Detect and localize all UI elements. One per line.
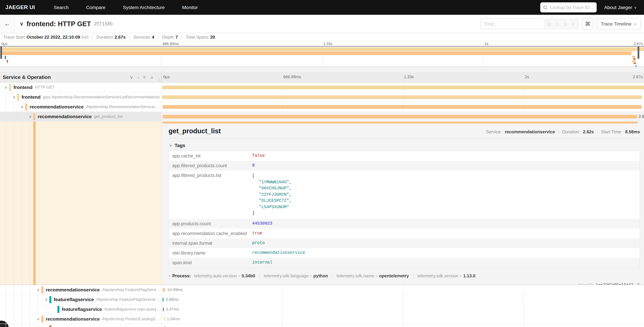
- tag-row[interactable]: app.filtered_products.list [ "1YMWWN1N4O…: [169, 170, 640, 219]
- tag-row[interactable]: internal.span.format proto: [169, 238, 640, 248]
- span-row-frontend-http-get[interactable]: ∨ frontend HTTP GET: [0, 82, 644, 92]
- trace-summary-bar: Trace Start October 22 2022, 22:10:09 .5…: [0, 33, 644, 41]
- top-nav: JAEGER UI Search Compare System Architec…: [0, 0, 644, 15]
- span-bar[interactable]: [163, 308, 164, 311]
- span-row-recommendation-list[interactable]: ∨ recommendationservice /hipstershop.Rec…: [0, 102, 644, 112]
- service-operation-header: Service & Operation: [3, 74, 130, 80]
- collapse-span-icon[interactable]: ∨: [36, 317, 41, 321]
- process-section-toggle[interactable]: › Process: telemetry.auto.version=0.34b0…: [168, 273, 640, 278]
- span-row-featureflag-get[interactable]: ∨ featureflagservice /hipstershop.Featur…: [0, 295, 644, 304]
- timeline-ruler: 0μs 666.89ms 1.33s 2s 2.67s: [162, 72, 644, 82]
- trace-id-lookup[interactable]: Lookup by Trace ID...: [540, 2, 597, 12]
- span-bar-selected[interactable]: [162, 115, 637, 118]
- nav-item-search[interactable]: Search: [45, 5, 78, 10]
- tag-row[interactable]: otel.library.name recommendationservice: [169, 248, 640, 258]
- collapse-span-icon[interactable]: ∨: [12, 95, 16, 99]
- minimap-ruler: 0μs 666.89ms 1.33s 2s 2.67s: [0, 41, 644, 46]
- keyboard-shortcuts-button[interactable]: ⌘: [582, 18, 594, 30]
- tags-section-toggle[interactable]: ∨ Tags: [169, 143, 640, 148]
- trace-id-short: 2f715fb: [94, 21, 113, 27]
- span-duration-label: 2.62s: [639, 114, 644, 119]
- back-button[interactable]: ←: [0, 15, 15, 33]
- span-bar[interactable]: [162, 86, 644, 89]
- trace-minimap[interactable]: [0, 46, 644, 67]
- nav-item-monitor[interactable]: Monitor: [174, 5, 206, 10]
- service-color-swatch: [25, 103, 27, 110]
- chevron-down-icon: ∨: [634, 6, 636, 9]
- timeline-header: Service & Operation ∨ › » » || 0μs 666.8…: [0, 72, 644, 82]
- trace-start-value: October 22 2022, 22:10:09: [26, 34, 80, 40]
- service-color-swatch: [33, 113, 35, 120]
- span-bar[interactable]: [164, 326, 165, 327]
- expand-one-icon[interactable]: ›: [138, 74, 139, 80]
- trace-view-selector[interactable]: Trace Timeline ∨: [596, 18, 641, 30]
- depth-value: 7: [176, 34, 178, 40]
- span-row-featureflag-repo-query[interactable]: featureflagservice featureflagservice.re…: [0, 304, 644, 314]
- jaeger-trace-page: JAEGER UI Search Compare System Architec…: [0, 0, 644, 327]
- tag-row[interactable]: app.products.count 44530923: [169, 219, 640, 228]
- span-detail-color-stripe: [33, 122, 36, 285]
- service-color-swatch: [49, 296, 51, 303]
- minimap-gap: [0, 67, 644, 72]
- span-detail-accent-bar: [162, 122, 638, 124]
- span-bar[interactable]: [162, 288, 165, 292]
- find-clear-icon[interactable]: ×: [569, 21, 577, 26]
- tag-row[interactable]: app.filtered_products.count 8: [169, 161, 640, 170]
- span-bar[interactable]: [162, 105, 642, 109]
- trace-title: frontend: HTTP GET: [26, 20, 91, 28]
- about-jaeger-menu[interactable]: About Jaeger ∨: [604, 5, 636, 10]
- minimap-left-handle[interactable]: [0, 47, 2, 59]
- chevron-right-icon: ›: [168, 273, 170, 278]
- command-icon: ⌘: [585, 20, 590, 27]
- span-row-get-product-list-selected[interactable]: ∨ recommendationservice get_product_list…: [0, 112, 644, 122]
- deep-link-icon[interactable]: [635, 282, 640, 285]
- search-icon: [544, 5, 548, 10]
- tag-row[interactable]: app.recommendation.cache_enabled true: [169, 228, 640, 238]
- nav-item-system-architecture[interactable]: System Architecture: [114, 5, 174, 10]
- nav-item-compare[interactable]: Compare: [78, 5, 114, 10]
- service-color-swatch: [9, 84, 11, 91]
- service-color-swatch: [41, 316, 43, 322]
- span-bar[interactable]: [162, 298, 164, 302]
- chevron-down-icon: ∨: [169, 143, 172, 148]
- jaeger-logo[interactable]: JAEGER UI: [5, 4, 35, 10]
- service-color-swatch: [17, 94, 19, 100]
- find-controls: ◎ ∧ ∨ ×: [544, 18, 579, 29]
- expand-all-icon[interactable]: »: [150, 74, 153, 80]
- collapse-trace-icon[interactable]: ∨: [20, 21, 24, 27]
- tag-row[interactable]: span.kind internal: [169, 258, 640, 268]
- chevron-down-icon: ∨: [634, 22, 636, 26]
- service-color-swatch: [58, 306, 60, 313]
- collapse-span-icon[interactable]: ∨: [36, 288, 41, 292]
- collapse-one-icon[interactable]: ∨: [130, 74, 133, 80]
- locate-icon[interactable]: ◎: [545, 21, 553, 26]
- tags-table: app.cache_hit false app.filtered_product…: [168, 151, 640, 268]
- collapse-span-icon[interactable]: ∨: [44, 297, 49, 302]
- span-row-recommendation-featureflag[interactable]: ∨ recommendationservice /hipstershop.Fea…: [0, 285, 644, 295]
- collapse-all-icon[interactable]: »: [142, 76, 148, 78]
- detail-duration-value: 2.62s: [583, 129, 594, 134]
- find-next-icon[interactable]: ∨: [561, 21, 569, 26]
- detail-start-value: 8.58ms: [625, 129, 640, 134]
- services-count: 4: [152, 34, 154, 40]
- span-row-partial[interactable]: [0, 324, 644, 327]
- find-prev-icon[interactable]: ∧: [553, 21, 561, 26]
- service-color-swatch: [49, 325, 51, 327]
- minimap-span-productcatalog: [7, 60, 8, 63]
- minimap-right-handle[interactable]: [638, 47, 639, 59]
- collapse-span-icon[interactable]: ∨: [4, 85, 8, 90]
- span-detail-row: get_product_list Service:recommendations…: [0, 122, 644, 285]
- find-input[interactable]: [481, 18, 544, 29]
- tag-row[interactable]: app.cache_hit false: [169, 151, 640, 161]
- total-spans-value: 20: [210, 34, 215, 40]
- span-bar[interactable]: [164, 317, 165, 321]
- span-rows-top: ∨ frontend HTTP GET ∨ frontend grpc.hips…: [0, 82, 644, 122]
- span-row-frontend-grpc[interactable]: ∨ frontend grpc.hipstershop.Recommendati…: [0, 92, 644, 102]
- span-bar[interactable]: [162, 95, 642, 99]
- collapse-span-icon[interactable]: ∨: [20, 104, 24, 109]
- collapse-span-icon[interactable]: ∨: [28, 114, 32, 119]
- find-group: ◎ ∧ ∨ ×: [481, 18, 579, 29]
- trace-page-header: ← ∨ frontend: HTTP GET 2f715fb ◎ ∧ ∨ × ⌘…: [0, 15, 644, 33]
- span-detail-left-column: [0, 122, 162, 285]
- column-resizer[interactable]: ||: [158, 78, 160, 82]
